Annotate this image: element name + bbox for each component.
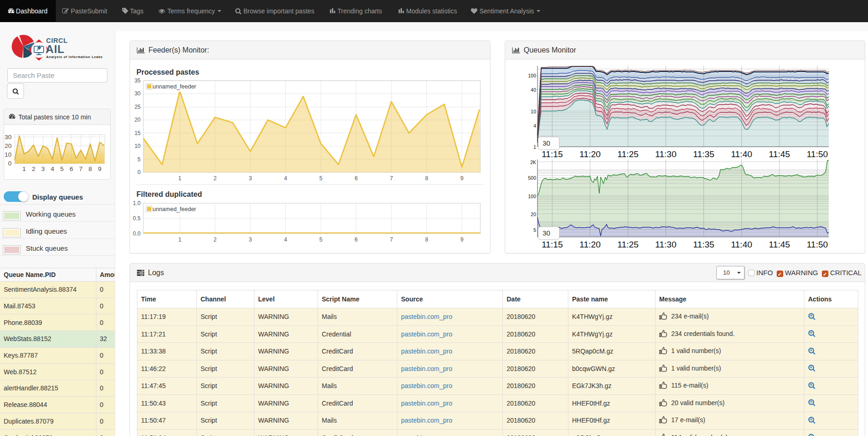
svg-text:0: 0: [8, 160, 12, 167]
svg-text:11:50: 11:50: [807, 240, 828, 249]
svg-text:11:15: 11:15: [542, 240, 563, 249]
svg-text:8: 8: [425, 236, 428, 243]
svg-text:Analysis of Information Leaks: Analysis of Information Leaks: [46, 55, 103, 59]
svg-text:6: 6: [70, 165, 73, 172]
svg-text:5: 5: [137, 156, 141, 163]
svg-text:30: 30: [543, 229, 550, 237]
svg-text:8: 8: [425, 175, 428, 182]
svg-text:30: 30: [135, 90, 141, 97]
svg-text:AIL: AIL: [46, 43, 65, 55]
svg-text:11:50: 11:50: [807, 149, 828, 159]
svg-text:11:35: 11:35: [693, 240, 714, 249]
svg-text:8: 8: [89, 165, 92, 172]
svg-text:10: 10: [135, 143, 141, 149]
svg-text:7: 7: [79, 165, 83, 172]
svg-text:6: 6: [354, 175, 358, 182]
svg-text:1: 1: [533, 144, 536, 150]
svg-text:1.0: 1.0: [133, 200, 141, 206]
svg-text:30: 30: [543, 139, 550, 147]
svg-text:2K: 2K: [530, 159, 536, 165]
svg-text:40: 40: [531, 87, 536, 93]
svg-text:35: 35: [135, 77, 141, 84]
svg-text:3: 3: [249, 175, 252, 182]
svg-text:11:40: 11:40: [731, 149, 752, 159]
svg-text:4: 4: [51, 165, 54, 172]
svg-text:2: 2: [213, 236, 217, 243]
svg-text:unnamed_feeder: unnamed_feeder: [153, 83, 196, 90]
svg-text:20: 20: [5, 142, 12, 149]
svg-text:1: 1: [23, 165, 26, 172]
svg-text:11:35: 11:35: [693, 149, 714, 159]
svg-text:2: 2: [213, 175, 217, 182]
svg-text:9: 9: [461, 175, 464, 182]
svg-text:11:20: 11:20: [579, 240, 601, 249]
svg-text:0: 0: [137, 169, 141, 176]
svg-text:11:30: 11:30: [655, 240, 676, 249]
svg-text:20: 20: [531, 212, 536, 217]
svg-text:11:20: 11:20: [579, 149, 601, 159]
svg-text:4: 4: [284, 175, 287, 182]
svg-text:4: 4: [533, 123, 536, 129]
svg-text:25: 25: [135, 104, 141, 110]
svg-text:1: 1: [178, 175, 182, 182]
svg-text:500: 500: [528, 175, 536, 181]
svg-text:6: 6: [354, 236, 358, 243]
svg-text:2: 2: [32, 165, 35, 172]
svg-text:3: 3: [249, 236, 252, 243]
svg-text:4: 4: [284, 236, 287, 243]
svg-text:9: 9: [98, 165, 102, 172]
svg-text:10: 10: [5, 151, 12, 158]
svg-text:11:25: 11:25: [617, 240, 638, 249]
svg-text:11:15: 11:15: [542, 149, 563, 159]
svg-text:100: 100: [528, 194, 536, 199]
svg-text:0.0: 0.0: [133, 230, 141, 237]
svg-text:5: 5: [60, 165, 64, 172]
svg-text:11:25: 11:25: [617, 149, 638, 159]
svg-text:3: 3: [41, 165, 45, 172]
svg-text:5: 5: [533, 227, 536, 233]
svg-text:20: 20: [135, 117, 141, 123]
svg-text:0.5: 0.5: [133, 215, 141, 222]
svg-text:11:45: 11:45: [769, 240, 790, 249]
svg-text:30: 30: [5, 134, 12, 141]
svg-text:5: 5: [319, 236, 323, 243]
svg-text:11:40: 11:40: [731, 240, 752, 249]
svg-text:7: 7: [390, 175, 393, 182]
svg-text:1: 1: [178, 236, 182, 243]
svg-text:unnamed_feeder: unnamed_feeder: [153, 206, 196, 212]
svg-text:11:45: 11:45: [769, 149, 790, 159]
svg-text:7: 7: [390, 236, 393, 243]
svg-text:10: 10: [531, 109, 536, 114]
svg-text:11:30: 11:30: [655, 149, 676, 159]
svg-text:9: 9: [461, 236, 464, 243]
svg-text:15: 15: [135, 130, 141, 136]
svg-text:5: 5: [319, 175, 323, 182]
svg-text:100: 100: [528, 73, 536, 78]
